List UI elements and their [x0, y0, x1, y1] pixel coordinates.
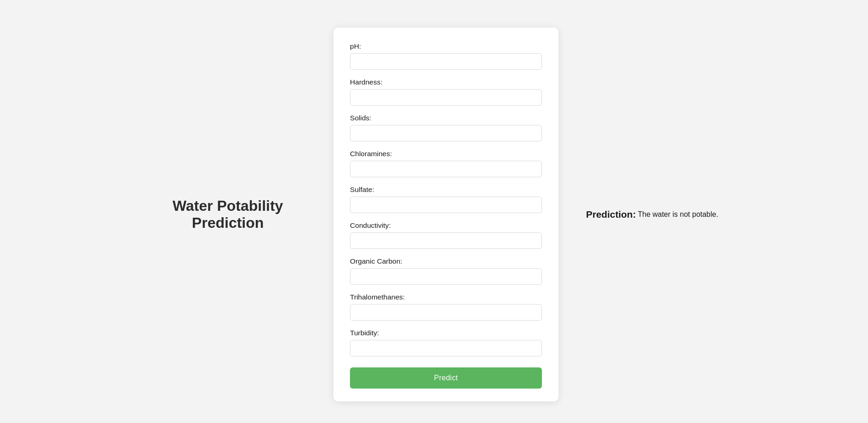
- form-group-organic_carbon: Organic Carbon:: [350, 257, 542, 285]
- label-chloramines: Chloramines:: [350, 150, 542, 158]
- prediction-value: The water is not potable.: [638, 210, 718, 219]
- input-conductivity[interactable]: [350, 232, 542, 249]
- form-group-trihalomethanes: Trihalomethanes:: [350, 293, 542, 321]
- input-solids[interactable]: [350, 125, 542, 141]
- label-ph: pH:: [350, 42, 542, 51]
- form-fields-container: pH:Hardness:Solids:Chloramines:Sulfate:C…: [350, 42, 542, 367]
- predict-button[interactable]: Predict: [350, 367, 542, 389]
- input-ph[interactable]: [350, 53, 542, 70]
- input-turbidity[interactable]: [350, 340, 542, 356]
- label-sulfate: Sulfate:: [350, 186, 542, 194]
- input-chloramines[interactable]: [350, 161, 542, 177]
- page-title: Water Potability Prediction: [150, 197, 306, 231]
- input-sulfate[interactable]: [350, 197, 542, 213]
- page-wrapper: Water Potability Prediction pH:Hardness:…: [0, 0, 868, 423]
- input-trihalomethanes[interactable]: [350, 304, 542, 321]
- input-hardness[interactable]: [350, 89, 542, 106]
- form-group-conductivity: Conductivity:: [350, 221, 542, 249]
- prediction-label: Prediction:: [586, 209, 636, 220]
- form-group-ph: pH:: [350, 42, 542, 70]
- form-group-solids: Solids:: [350, 114, 542, 141]
- label-solids: Solids:: [350, 114, 542, 122]
- form-group-chloramines: Chloramines:: [350, 150, 542, 177]
- prediction-result: Prediction: The water is not potable.: [586, 209, 718, 220]
- form-group-sulfate: Sulfate:: [350, 186, 542, 213]
- form-group-turbidity: Turbidity:: [350, 329, 542, 356]
- form-group-hardness: Hardness:: [350, 78, 542, 106]
- label-hardness: Hardness:: [350, 78, 542, 86]
- form-card: pH:Hardness:Solids:Chloramines:Sulfate:C…: [333, 28, 558, 401]
- label-conductivity: Conductivity:: [350, 221, 542, 230]
- input-organic_carbon[interactable]: [350, 268, 542, 285]
- label-organic_carbon: Organic Carbon:: [350, 257, 542, 265]
- label-trihalomethanes: Trihalomethanes:: [350, 293, 542, 301]
- label-turbidity: Turbidity:: [350, 329, 542, 337]
